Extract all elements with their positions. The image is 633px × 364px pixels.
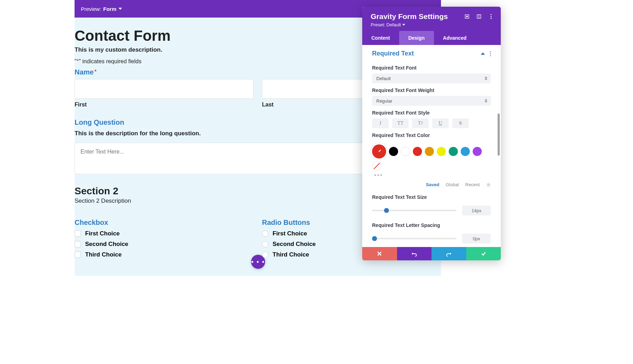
- color-tab-global[interactable]: Global: [446, 182, 459, 187]
- radio-icon: [262, 230, 268, 237]
- layout-icon[interactable]: [476, 14, 482, 19]
- checkbox-item[interactable]: Second Choice: [75, 241, 254, 248]
- sort-icon: [485, 99, 487, 103]
- weight-select[interactable]: Regular: [372, 96, 491, 106]
- checkbox-item[interactable]: First Choice: [75, 230, 254, 237]
- check-icon: [481, 251, 486, 256]
- size-label: Required Text Text Size: [372, 194, 491, 200]
- checkbox-icon: [75, 241, 81, 247]
- italic-button[interactable]: I: [372, 118, 389, 128]
- tab-content[interactable]: Content: [362, 31, 399, 45]
- checkbox-label: Checkbox: [75, 219, 254, 227]
- save-button[interactable]: [466, 247, 501, 260]
- first-name-input[interactable]: [75, 79, 254, 99]
- radio-icon: [262, 252, 268, 258]
- uppercase-button[interactable]: TT: [392, 118, 409, 128]
- color-swatch[interactable]: [389, 147, 398, 156]
- undo-button[interactable]: [397, 247, 432, 260]
- expand-icon[interactable]: [464, 14, 470, 19]
- color-label: Required Text Text Color: [372, 132, 491, 138]
- first-sublabel: First: [75, 102, 254, 108]
- group-heading[interactable]: Required Text: [372, 50, 414, 57]
- undo-icon: [411, 251, 417, 256]
- spacing-value-input[interactable]: 0px: [462, 234, 491, 243]
- settings-tabs: Content Design Advanced: [362, 31, 501, 45]
- color-swatch[interactable]: [437, 147, 446, 156]
- panel-header: Gravity Form Settings Preset: Default: [362, 7, 501, 31]
- svg-point-4: [488, 184, 489, 185]
- spacing-label: Required Text Letter Spacing: [372, 222, 491, 228]
- color-swatch[interactable]: [473, 147, 482, 156]
- checkbox-icon: [75, 252, 81, 258]
- redo-icon: [446, 251, 452, 256]
- checkbox-item[interactable]: Third Choice: [75, 251, 254, 258]
- font-select[interactable]: Default: [372, 73, 491, 83]
- color-tab-saved[interactable]: Saved: [426, 182, 439, 187]
- weight-label: Required Text Font Weight: [372, 87, 491, 93]
- svg-point-1: [466, 16, 468, 17]
- preset-dropdown[interactable]: Preset: Default: [371, 22, 448, 27]
- redo-button[interactable]: [431, 247, 466, 260]
- color-tab-recent[interactable]: Recent: [465, 182, 480, 187]
- caret-down-icon: [119, 8, 122, 10]
- more-dots-icon[interactable]: •••: [374, 172, 383, 179]
- sort-icon: [485, 77, 487, 80]
- color-swatch[interactable]: [401, 147, 410, 156]
- color-picker-button[interactable]: [372, 144, 386, 158]
- color-swatch[interactable]: [461, 147, 470, 156]
- scrollbar[interactable]: [498, 113, 500, 156]
- spacing-slider[interactable]: [372, 238, 456, 239]
- radio-icon: [262, 241, 268, 247]
- style-label: Required Text Font Style: [372, 110, 491, 116]
- chevron-up-icon[interactable]: [481, 52, 485, 55]
- size-slider[interactable]: [372, 210, 456, 211]
- panel-title: Gravity Form Settings: [371, 12, 448, 21]
- size-value-input[interactable]: 14px: [462, 206, 491, 215]
- preview-mode-dropdown[interactable]: Form: [103, 6, 122, 12]
- tab-advanced[interactable]: Advanced: [434, 31, 476, 45]
- more-icon[interactable]: [488, 14, 494, 19]
- preview-label: Preview:: [81, 6, 101, 12]
- font-label: Required Text Font: [372, 65, 491, 71]
- caret-down-icon: [402, 24, 405, 26]
- cancel-button[interactable]: [362, 247, 397, 260]
- smallcaps-button[interactable]: TT: [412, 118, 429, 128]
- checkbox-icon: [75, 230, 81, 237]
- underline-button[interactable]: U: [432, 118, 449, 128]
- tab-design[interactable]: Design: [399, 31, 434, 45]
- strikethrough-button[interactable]: S: [452, 118, 469, 128]
- eyedropper-icon: [377, 149, 382, 154]
- color-none-swatch[interactable]: [372, 161, 381, 170]
- color-swatch[interactable]: [425, 147, 434, 156]
- color-swatch[interactable]: [413, 147, 422, 156]
- close-icon: [377, 251, 382, 256]
- gear-icon[interactable]: [486, 182, 491, 187]
- more-icon[interactable]: [490, 51, 491, 56]
- settings-panel: Gravity Form Settings Preset: Default Co…: [362, 7, 501, 260]
- color-swatch[interactable]: [449, 147, 458, 156]
